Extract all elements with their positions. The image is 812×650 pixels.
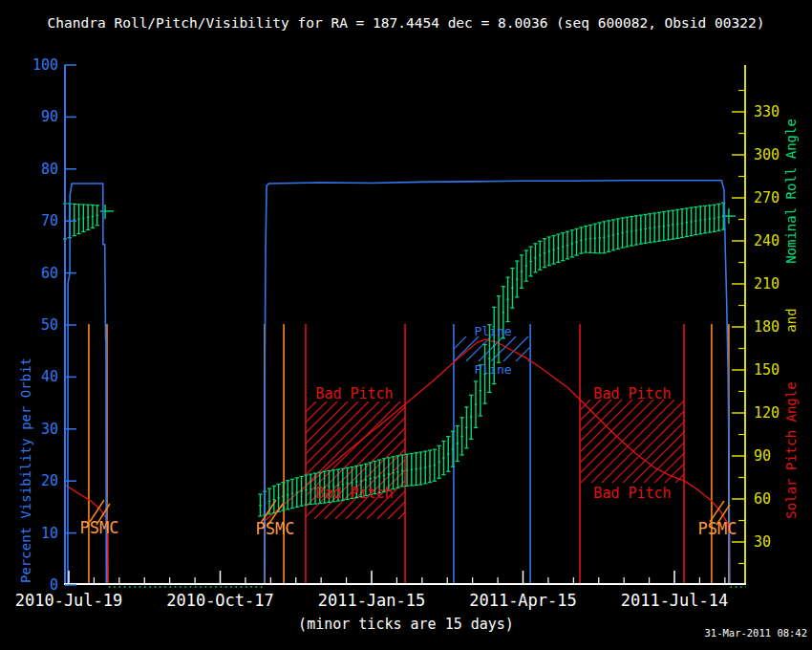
svg-text:270: 270 [754, 189, 780, 206]
svg-text:50: 50 [41, 316, 58, 334]
svg-text:100: 100 [32, 56, 58, 74]
svg-text:180: 180 [754, 318, 780, 336]
svg-text:10: 10 [41, 525, 58, 542]
svg-text:30: 30 [754, 533, 771, 551]
psmc-hatch-marks [90, 500, 730, 526]
x-tick-label: 2011-Jan-15 [318, 591, 426, 610]
annotation-bad-pitch: Bad Pitch [593, 485, 671, 502]
svg-text:60: 60 [41, 265, 58, 282]
svg-text:240: 240 [754, 232, 780, 249]
svg-text:90: 90 [41, 108, 58, 125]
svg-text:330: 330 [754, 103, 780, 120]
visibility-series [65, 181, 730, 585]
hatch-region-bad-pitch [497, 400, 759, 483]
axes: 0102030405060708090100306090120150180210… [15, 56, 780, 610]
annotation-psmc: PSMC [80, 518, 119, 537]
svg-text:80: 80 [41, 161, 58, 178]
svg-text:150: 150 [754, 361, 780, 379]
right-axis-title-pitch: Solar Pitch Angle [783, 345, 801, 555]
annotation-pline: Pline [474, 362, 511, 377]
annotation-psmc: PSMC [698, 519, 737, 538]
minor-ticks-caption: (minor ticks are 15 days) [0, 616, 812, 633]
chart-canvas: 0102030405060708090100306090120150180210… [0, 0, 812, 650]
generated-timestamp: 31-Mar-2011 08:42 [705, 627, 807, 639]
annotation-bad-pitch: Bad Pitch [315, 385, 393, 402]
chandra-visibility-plot: Chandra Roll/Pitch/Visibility for RA = 1… [0, 0, 812, 650]
svg-text:40: 40 [41, 368, 58, 385]
nominal-roll-band-series [63, 203, 736, 516]
x-tick-label: 2011-Jul-14 [621, 591, 729, 610]
svg-text:70: 70 [41, 212, 58, 229]
svg-text:20: 20 [41, 472, 58, 489]
svg-text:300: 300 [754, 146, 780, 163]
annotation-bad-pitch: Bad Pitch [593, 385, 671, 402]
annotation-psmc: PSMC [256, 519, 295, 538]
right-axis-title-roll: Nominal Roll Angle [783, 86, 801, 296]
annotation-pline: Pline [474, 324, 511, 338]
svg-text:60: 60 [754, 490, 771, 508]
svg-text:120: 120 [754, 404, 780, 422]
annotation-bad-pitch: Bad Pitch [315, 485, 393, 502]
annotations: PSMCPSMCPSMCBad PitchBad PitchBad PitchB… [80, 324, 737, 538]
left-axis-title: Percent Visibility per Orbit [18, 327, 35, 614]
x-tick-label: 2010-Oct-17 [166, 591, 274, 610]
svg-text:90: 90 [754, 447, 771, 465]
svg-text:210: 210 [754, 275, 780, 292]
svg-text:30: 30 [41, 421, 58, 438]
x-tick-label: 2011-Apr-15 [469, 591, 577, 610]
right-axis-title-and: and [783, 292, 801, 349]
